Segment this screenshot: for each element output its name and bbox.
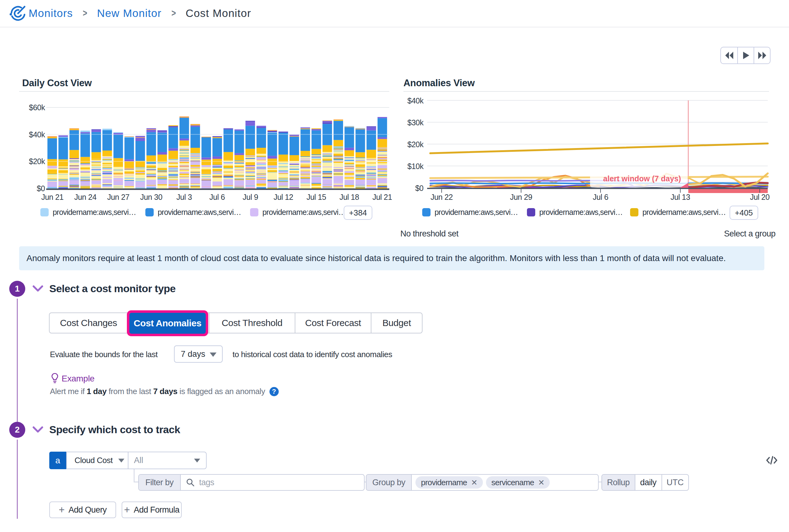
svg-text:$20k: $20k bbox=[29, 157, 45, 166]
svg-text:Jul 3: Jul 3 bbox=[176, 193, 192, 201]
svg-text:Jun 30: Jun 30 bbox=[140, 193, 162, 201]
svg-text:$40k: $40k bbox=[29, 130, 45, 139]
svg-text:alert window (7 days): alert window (7 days) bbox=[603, 174, 681, 183]
svg-text:Jul 6: Jul 6 bbox=[209, 193, 225, 201]
svg-text:Jul 9: Jul 9 bbox=[243, 193, 258, 201]
svg-text:$60k: $60k bbox=[29, 103, 45, 112]
svg-text:Jun 27: Jun 27 bbox=[107, 193, 129, 201]
svg-text:Jul 15: Jul 15 bbox=[306, 193, 326, 201]
svg-text:Jun 29: Jun 29 bbox=[510, 193, 532, 201]
svg-text:Jul 18: Jul 18 bbox=[339, 193, 359, 201]
svg-text:Jul 13: Jul 13 bbox=[671, 193, 690, 201]
svg-text:$40k: $40k bbox=[408, 96, 424, 105]
svg-text:$20k: $20k bbox=[408, 140, 424, 149]
svg-text:Jun 21: Jun 21 bbox=[41, 193, 63, 201]
svg-text:Jul 21: Jul 21 bbox=[372, 193, 392, 201]
svg-text:Jul 6: Jul 6 bbox=[593, 193, 608, 201]
svg-text:Jun 24: Jun 24 bbox=[74, 193, 97, 201]
svg-text:Jul 20: Jul 20 bbox=[750, 193, 770, 201]
svg-text:$10k: $10k bbox=[408, 162, 424, 171]
svg-text:$30k: $30k bbox=[408, 118, 424, 127]
svg-text:$0: $0 bbox=[415, 184, 424, 192]
svg-text:Jul 12: Jul 12 bbox=[274, 193, 293, 201]
svg-text:$0: $0 bbox=[37, 184, 45, 193]
svg-text:Jun 22: Jun 22 bbox=[431, 193, 453, 201]
